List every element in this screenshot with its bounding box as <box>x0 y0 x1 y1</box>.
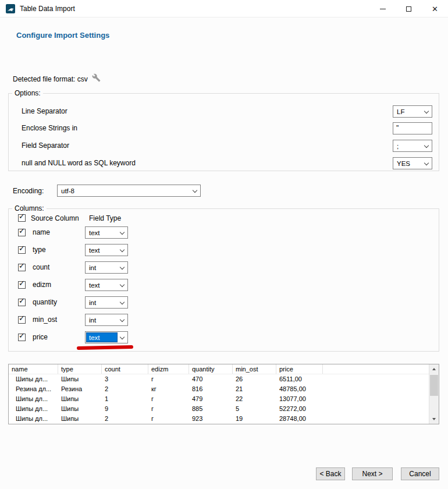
field-type-dropdown[interactable]: text <box>85 226 128 239</box>
scroll-up-button[interactable] <box>429 364 439 374</box>
field-type-dropdown[interactable]: text <box>85 244 128 256</box>
column-checkbox[interactable]: ✓ <box>18 264 26 271</box>
chevron-down-icon <box>120 230 125 235</box>
column-checkbox[interactable]: ✓ <box>18 316 26 324</box>
preview-header-cell <box>323 364 429 374</box>
preview-cell: Шипы <box>58 374 102 384</box>
column-row-min-ost: ✓ min_ost int <box>9 314 439 326</box>
column-checkbox[interactable]: ✓ <box>18 299 26 306</box>
preview-cell: Шипы дл... <box>9 374 58 384</box>
column-name-label: min_ost <box>33 314 57 326</box>
chevron-down-icon <box>120 265 125 270</box>
field-type-dropdown[interactable]: int <box>85 296 128 309</box>
column-checkbox[interactable]: ✓ <box>18 229 26 236</box>
minimize-button[interactable] <box>369 0 396 17</box>
title-bar: Table Data Import ✕ <box>0 0 448 17</box>
preview-header-cell: name <box>9 364 58 374</box>
preview-cell: г <box>148 404 189 414</box>
option-row-field-separator: Field Separator ; <box>9 140 439 152</box>
field-type-dropdown[interactable]: int <box>85 261 128 274</box>
preview-row[interactable]: Шипы дл... Шипы 3 г 470 26 6511,00 <box>9 374 429 384</box>
line-separator-dropdown[interactable]: LF <box>393 105 432 118</box>
preview-row[interactable]: Шипы дл... Шипы 1 г 479 22 13077,00 <box>9 394 429 404</box>
column-row-type: ✓ type text <box>9 244 439 256</box>
check-icon: ✓ <box>19 297 25 304</box>
preview-cell: 1 <box>102 394 148 404</box>
preview-cell: 52272,00 <box>276 404 323 414</box>
maximize-icon <box>406 6 411 12</box>
null-keyword-dropdown[interactable]: YES <box>393 157 432 169</box>
preview-header-cell: min_ost <box>233 364 276 374</box>
mysql-workbench-icon <box>6 4 15 13</box>
column-name-label: quantity <box>33 296 57 309</box>
preview-cell: Шипы дл... <box>9 404 58 414</box>
column-checkbox[interactable]: ✓ <box>18 334 26 341</box>
preview-row[interactable]: Шипы дл... Шипы 9 г 885 5 52272,00 <box>9 404 429 414</box>
check-icon: ✓ <box>19 314 25 322</box>
back-button[interactable]: < Back <box>316 467 345 480</box>
preview-cell: г <box>148 414 189 424</box>
close-icon: ✕ <box>432 5 438 13</box>
scroll-down-button[interactable] <box>429 414 439 424</box>
preview-cell: Резина <box>58 384 102 394</box>
field-separator-label: Field Separator <box>22 140 69 152</box>
preview-cell: 885 <box>189 404 233 414</box>
scrollbar-thumb[interactable] <box>430 375 438 396</box>
option-row-enclose-strings: Enclose Strings in " <box>9 122 439 134</box>
field-type-dropdown-price-selected[interactable]: text <box>85 331 128 343</box>
columns-header-row: ✓ Source Column Field Type <box>9 214 439 224</box>
column-row-quantity: ✓ quantity int <box>9 296 439 309</box>
chevron-down-icon <box>120 282 125 287</box>
preview-cell: кг <box>148 384 189 394</box>
preview-row[interactable]: Шипы дл... Шипы 2 г 923 19 28748,00 <box>9 414 429 424</box>
chevron-down-icon <box>193 188 197 193</box>
column-name-label: type <box>33 244 46 256</box>
preview-cell: 21 <box>233 384 276 394</box>
column-checkbox[interactable]: ✓ <box>18 246 26 254</box>
preview-cell: 923 <box>189 414 233 424</box>
window-controls: ✕ <box>369 0 448 17</box>
maximize-button[interactable] <box>396 0 422 17</box>
next-button[interactable]: Next > <box>352 467 393 480</box>
columns-legend: Columns: <box>12 204 47 212</box>
encoding-dropdown[interactable]: utf-8 <box>57 185 201 197</box>
preview-cell: Шипы <box>58 404 102 414</box>
check-icon: ✓ <box>19 279 25 287</box>
page-title: Configure Import Settings <box>16 31 109 40</box>
chevron-down-icon <box>120 317 125 322</box>
preview-cell: Шипы дл... <box>9 394 58 404</box>
preview-cell: 479 <box>189 394 233 404</box>
preview-header-cell: edizm <box>148 364 189 374</box>
field-separator-dropdown[interactable]: ; <box>393 140 432 152</box>
field-type-dropdown[interactable]: text <box>85 279 128 291</box>
column-row-price: ✓ price text <box>9 331 439 343</box>
preview-cell: Резина дл... <box>9 384 58 394</box>
columns-groupbox: Columns: ✓ Source Column Field Type ✓ na… <box>8 208 439 352</box>
cancel-button[interactable]: Cancel <box>401 467 439 480</box>
option-row-line-separator: Line Separator LF <box>9 105 439 118</box>
check-icon: ✓ <box>19 332 25 339</box>
enclose-strings-input[interactable]: " <box>393 122 432 134</box>
check-icon: ✓ <box>19 262 25 270</box>
vertical-scrollbar[interactable] <box>429 364 439 424</box>
encoding-label: Encoding: <box>13 187 44 195</box>
column-name-label: count <box>33 261 49 274</box>
chevron-down-icon <box>424 161 429 165</box>
preview-cell: 28748,00 <box>276 414 323 424</box>
field-type-dropdown[interactable]: int <box>85 314 128 326</box>
line-separator-label: Line Separator <box>22 105 67 118</box>
preview-cell: 48785,00 <box>276 384 323 394</box>
close-button[interactable]: ✕ <box>422 0 448 17</box>
option-row-null-keyword: null and NULL word as SQL keyword YES <box>9 157 439 169</box>
select-all-checkbox[interactable]: ✓ <box>18 214 26 222</box>
preview-cell: 5 <box>233 404 276 414</box>
preview-row[interactable]: Резина дл... Резина 2 кг 816 21 48785,00 <box>9 384 429 394</box>
null-keyword-label: null and NULL word as SQL keyword <box>22 157 136 169</box>
check-icon: ✓ <box>19 227 25 235</box>
check-icon: ✓ <box>19 245 25 252</box>
preview-cell: г <box>148 374 189 384</box>
column-checkbox[interactable]: ✓ <box>18 281 26 289</box>
column-row-name: ✓ name text <box>9 226 439 239</box>
preview-cell: Шипы <box>58 394 102 404</box>
triangle-down-icon <box>432 418 436 420</box>
